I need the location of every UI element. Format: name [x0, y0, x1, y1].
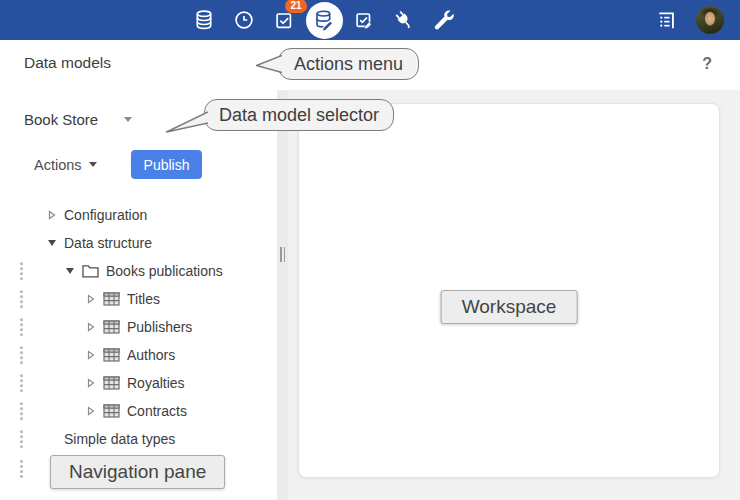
- help-icon[interactable]: ?: [702, 55, 712, 73]
- page-title: Data models: [24, 54, 111, 72]
- folder-icon: [82, 264, 99, 278]
- caret-right-icon[interactable]: [86, 350, 96, 360]
- tree-item-configuration[interactable]: Configuration: [0, 201, 277, 229]
- actions-dropdown[interactable]: Actions: [34, 157, 97, 173]
- splitter-grip-icon[interactable]: [280, 247, 285, 262]
- caret-down-icon[interactable]: [47, 240, 57, 246]
- caret-right-icon[interactable]: [86, 406, 96, 416]
- data-model-selector[interactable]: Book Store: [24, 111, 132, 128]
- callout-workspace: Workspace: [441, 290, 578, 324]
- callout-actions-menu-label: Actions menu: [294, 54, 403, 75]
- main-area: Book Store Actions Publish Configuration: [0, 90, 740, 500]
- active-icon-circle: [306, 2, 343, 39]
- clock-icon[interactable]: [224, 0, 264, 40]
- user-avatar[interactable]: [696, 6, 724, 34]
- table-icon: [103, 320, 120, 334]
- tree-item-label: Publishers: [127, 319, 192, 335]
- callout-tail: [255, 54, 282, 76]
- top-navbar: 21: [0, 0, 740, 40]
- table-icon: [103, 376, 120, 390]
- tree-item-label: Data structure: [64, 235, 152, 251]
- database-icon[interactable]: [184, 0, 224, 40]
- tree-item-contracts[interactable]: Contracts: [0, 397, 277, 425]
- tree-item-label: Configuration: [64, 207, 147, 223]
- drag-handle-icon[interactable]: [20, 460, 23, 478]
- pane-splitter[interactable]: [277, 90, 288, 500]
- caret-right-icon[interactable]: [47, 210, 57, 220]
- data-model-selector-value: Book Store: [24, 111, 98, 128]
- drag-handle-icon[interactable]: [20, 290, 23, 308]
- drag-handle-icon[interactable]: [20, 346, 23, 364]
- tree-item-label: Simple data types: [64, 431, 175, 447]
- callout-navigation-pane: Navigation pane: [50, 455, 225, 489]
- drag-handle-icon[interactable]: [20, 430, 23, 448]
- tree-item-data-structure[interactable]: Data structure: [0, 229, 277, 257]
- callout-actions-menu: Actions menu: [278, 48, 419, 80]
- tree-item-label: Authors: [127, 347, 175, 363]
- callout-tail: [165, 110, 208, 134]
- navigation-pane: Book Store Actions Publish Configuration: [0, 90, 277, 500]
- data-models-icon-active[interactable]: [304, 0, 344, 40]
- tree-item-royalties[interactable]: Royalties: [0, 369, 277, 397]
- workspace-area: Workspace: [288, 90, 740, 500]
- chevron-down-icon: [124, 117, 132, 122]
- tree-item-label: Titles: [127, 291, 160, 307]
- notification-badge: 21: [285, 0, 307, 13]
- callout-data-model-selector: Data model selector: [204, 99, 394, 131]
- wrench-icon[interactable]: [424, 0, 464, 40]
- tree-item-titles[interactable]: Titles: [0, 285, 277, 313]
- data-model-tree: Configuration Data structure Books publi…: [0, 201, 277, 453]
- table-icon: [103, 348, 120, 362]
- tree-item-books-publications[interactable]: Books publications: [0, 257, 277, 285]
- publish-button[interactable]: Publish: [131, 150, 203, 179]
- actions-dropdown-label: Actions: [34, 157, 82, 173]
- table-icon: [103, 404, 120, 418]
- caret-right-icon[interactable]: [86, 322, 96, 332]
- sidebar-toolbar: Actions Publish: [34, 150, 277, 179]
- chevron-down-icon: [89, 162, 97, 167]
- tree-item-label: Books publications: [106, 263, 223, 279]
- drag-handle-icon[interactable]: [20, 402, 23, 420]
- drag-handle-icon[interactable]: [20, 318, 23, 336]
- record-edit-icon[interactable]: [344, 0, 384, 40]
- caret-right-icon[interactable]: [86, 378, 96, 388]
- plug-icon[interactable]: [384, 0, 424, 40]
- forms-icon[interactable]: [646, 0, 686, 40]
- tree-item-publishers[interactable]: Publishers: [0, 313, 277, 341]
- tree-item-label: Contracts: [127, 403, 187, 419]
- tasks-icon[interactable]: 21: [264, 0, 304, 40]
- tree-item-simple-data-types[interactable]: Simple data types: [0, 425, 277, 453]
- tree-item-label: Royalties: [127, 375, 185, 391]
- drag-handle-icon[interactable]: [20, 262, 23, 280]
- table-icon: [103, 292, 120, 306]
- navbar-icon-group: 21: [184, 0, 464, 40]
- callout-data-model-selector-label: Data model selector: [219, 105, 379, 126]
- drag-handle-icon[interactable]: [20, 374, 23, 392]
- navbar-right-group: [646, 0, 724, 40]
- tree-item-authors[interactable]: Authors: [0, 341, 277, 369]
- caret-right-icon[interactable]: [86, 294, 96, 304]
- workspace-canvas[interactable]: Workspace: [298, 103, 720, 478]
- caret-down-icon[interactable]: [65, 268, 75, 274]
- app-root: 21: [0, 0, 740, 500]
